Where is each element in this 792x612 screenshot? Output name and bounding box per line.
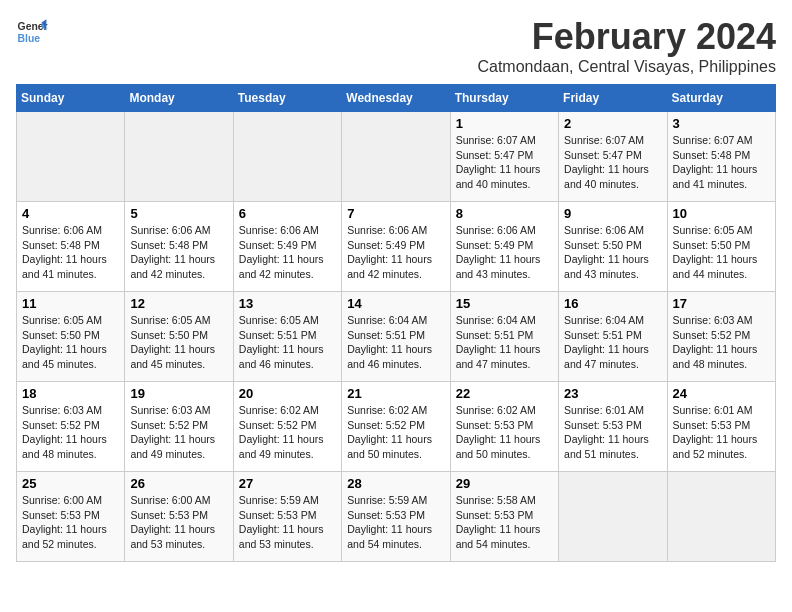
header-row: SundayMondayTuesdayWednesdayThursdayFrid…	[17, 85, 776, 112]
header: General Blue February 2024 Catmondaan, C…	[16, 16, 776, 76]
day-info: Sunrise: 5:59 AMSunset: 5:53 PMDaylight:…	[239, 493, 336, 552]
day-number: 29	[456, 476, 553, 491]
day-number: 15	[456, 296, 553, 311]
day-info: Sunrise: 6:07 AMSunset: 5:47 PMDaylight:…	[456, 133, 553, 192]
day-cell: 29Sunrise: 5:58 AMSunset: 5:53 PMDayligh…	[450, 472, 558, 562]
day-cell: 17Sunrise: 6:03 AMSunset: 5:52 PMDayligh…	[667, 292, 775, 382]
day-info: Sunrise: 6:02 AMSunset: 5:53 PMDaylight:…	[456, 403, 553, 462]
week-row-2: 4Sunrise: 6:06 AMSunset: 5:48 PMDaylight…	[17, 202, 776, 292]
day-info: Sunrise: 6:05 AMSunset: 5:50 PMDaylight:…	[130, 313, 227, 372]
day-number: 27	[239, 476, 336, 491]
day-cell: 26Sunrise: 6:00 AMSunset: 5:53 PMDayligh…	[125, 472, 233, 562]
day-info: Sunrise: 6:04 AMSunset: 5:51 PMDaylight:…	[456, 313, 553, 372]
day-cell: 21Sunrise: 6:02 AMSunset: 5:52 PMDayligh…	[342, 382, 450, 472]
day-cell: 2Sunrise: 6:07 AMSunset: 5:47 PMDaylight…	[559, 112, 667, 202]
day-info: Sunrise: 6:05 AMSunset: 5:51 PMDaylight:…	[239, 313, 336, 372]
day-number: 17	[673, 296, 770, 311]
header-cell-wednesday: Wednesday	[342, 85, 450, 112]
day-info: Sunrise: 6:07 AMSunset: 5:48 PMDaylight:…	[673, 133, 770, 192]
day-cell: 12Sunrise: 6:05 AMSunset: 5:50 PMDayligh…	[125, 292, 233, 382]
day-number: 7	[347, 206, 444, 221]
day-info: Sunrise: 6:06 AMSunset: 5:50 PMDaylight:…	[564, 223, 661, 282]
day-number: 1	[456, 116, 553, 131]
day-info: Sunrise: 6:06 AMSunset: 5:48 PMDaylight:…	[22, 223, 119, 282]
day-number: 23	[564, 386, 661, 401]
day-info: Sunrise: 6:03 AMSunset: 5:52 PMDaylight:…	[130, 403, 227, 462]
day-info: Sunrise: 6:05 AMSunset: 5:50 PMDaylight:…	[673, 223, 770, 282]
day-info: Sunrise: 6:00 AMSunset: 5:53 PMDaylight:…	[130, 493, 227, 552]
day-cell: 8Sunrise: 6:06 AMSunset: 5:49 PMDaylight…	[450, 202, 558, 292]
day-info: Sunrise: 6:06 AMSunset: 5:49 PMDaylight:…	[239, 223, 336, 282]
day-number: 19	[130, 386, 227, 401]
day-cell: 10Sunrise: 6:05 AMSunset: 5:50 PMDayligh…	[667, 202, 775, 292]
day-number: 28	[347, 476, 444, 491]
day-cell: 7Sunrise: 6:06 AMSunset: 5:49 PMDaylight…	[342, 202, 450, 292]
day-number: 22	[456, 386, 553, 401]
day-cell: 1Sunrise: 6:07 AMSunset: 5:47 PMDaylight…	[450, 112, 558, 202]
day-number: 3	[673, 116, 770, 131]
day-info: Sunrise: 6:02 AMSunset: 5:52 PMDaylight:…	[239, 403, 336, 462]
day-info: Sunrise: 6:00 AMSunset: 5:53 PMDaylight:…	[22, 493, 119, 552]
day-cell: 23Sunrise: 6:01 AMSunset: 5:53 PMDayligh…	[559, 382, 667, 472]
day-cell: 3Sunrise: 6:07 AMSunset: 5:48 PMDaylight…	[667, 112, 775, 202]
day-number: 21	[347, 386, 444, 401]
day-number: 2	[564, 116, 661, 131]
svg-text:Blue: Blue	[18, 33, 41, 44]
day-cell	[125, 112, 233, 202]
day-cell: 14Sunrise: 6:04 AMSunset: 5:51 PMDayligh…	[342, 292, 450, 382]
day-info: Sunrise: 6:03 AMSunset: 5:52 PMDaylight:…	[22, 403, 119, 462]
week-row-1: 1Sunrise: 6:07 AMSunset: 5:47 PMDaylight…	[17, 112, 776, 202]
day-number: 12	[130, 296, 227, 311]
day-info: Sunrise: 6:01 AMSunset: 5:53 PMDaylight:…	[564, 403, 661, 462]
day-info: Sunrise: 6:04 AMSunset: 5:51 PMDaylight:…	[347, 313, 444, 372]
day-cell: 27Sunrise: 5:59 AMSunset: 5:53 PMDayligh…	[233, 472, 341, 562]
logo-icon: General Blue	[16, 16, 48, 48]
day-number: 5	[130, 206, 227, 221]
day-cell	[17, 112, 125, 202]
day-number: 9	[564, 206, 661, 221]
day-number: 26	[130, 476, 227, 491]
day-cell	[233, 112, 341, 202]
header-cell-friday: Friday	[559, 85, 667, 112]
day-number: 10	[673, 206, 770, 221]
logo: General Blue	[16, 16, 48, 48]
header-cell-tuesday: Tuesday	[233, 85, 341, 112]
day-number: 25	[22, 476, 119, 491]
day-cell: 28Sunrise: 5:59 AMSunset: 5:53 PMDayligh…	[342, 472, 450, 562]
header-cell-thursday: Thursday	[450, 85, 558, 112]
day-info: Sunrise: 6:07 AMSunset: 5:47 PMDaylight:…	[564, 133, 661, 192]
day-number: 18	[22, 386, 119, 401]
day-cell: 25Sunrise: 6:00 AMSunset: 5:53 PMDayligh…	[17, 472, 125, 562]
day-cell: 24Sunrise: 6:01 AMSunset: 5:53 PMDayligh…	[667, 382, 775, 472]
day-cell: 19Sunrise: 6:03 AMSunset: 5:52 PMDayligh…	[125, 382, 233, 472]
week-row-5: 25Sunrise: 6:00 AMSunset: 5:53 PMDayligh…	[17, 472, 776, 562]
week-row-4: 18Sunrise: 6:03 AMSunset: 5:52 PMDayligh…	[17, 382, 776, 472]
day-cell: 4Sunrise: 6:06 AMSunset: 5:48 PMDaylight…	[17, 202, 125, 292]
day-cell: 11Sunrise: 6:05 AMSunset: 5:50 PMDayligh…	[17, 292, 125, 382]
day-info: Sunrise: 6:02 AMSunset: 5:52 PMDaylight:…	[347, 403, 444, 462]
day-info: Sunrise: 5:59 AMSunset: 5:53 PMDaylight:…	[347, 493, 444, 552]
subtitle: Catmondaan, Central Visayas, Philippines	[477, 58, 776, 76]
day-cell	[667, 472, 775, 562]
header-cell-monday: Monday	[125, 85, 233, 112]
main-title: February 2024	[477, 16, 776, 58]
day-cell: 9Sunrise: 6:06 AMSunset: 5:50 PMDaylight…	[559, 202, 667, 292]
day-number: 16	[564, 296, 661, 311]
day-number: 8	[456, 206, 553, 221]
day-cell	[559, 472, 667, 562]
day-cell: 5Sunrise: 6:06 AMSunset: 5:48 PMDaylight…	[125, 202, 233, 292]
title-area: February 2024 Catmondaan, Central Visaya…	[477, 16, 776, 76]
calendar-table: SundayMondayTuesdayWednesdayThursdayFrid…	[16, 84, 776, 562]
day-cell: 6Sunrise: 6:06 AMSunset: 5:49 PMDaylight…	[233, 202, 341, 292]
day-cell: 16Sunrise: 6:04 AMSunset: 5:51 PMDayligh…	[559, 292, 667, 382]
day-info: Sunrise: 6:03 AMSunset: 5:52 PMDaylight:…	[673, 313, 770, 372]
day-info: Sunrise: 5:58 AMSunset: 5:53 PMDaylight:…	[456, 493, 553, 552]
day-cell: 13Sunrise: 6:05 AMSunset: 5:51 PMDayligh…	[233, 292, 341, 382]
day-number: 6	[239, 206, 336, 221]
day-cell: 18Sunrise: 6:03 AMSunset: 5:52 PMDayligh…	[17, 382, 125, 472]
day-cell: 22Sunrise: 6:02 AMSunset: 5:53 PMDayligh…	[450, 382, 558, 472]
day-cell	[342, 112, 450, 202]
header-cell-saturday: Saturday	[667, 85, 775, 112]
day-number: 11	[22, 296, 119, 311]
day-number: 24	[673, 386, 770, 401]
